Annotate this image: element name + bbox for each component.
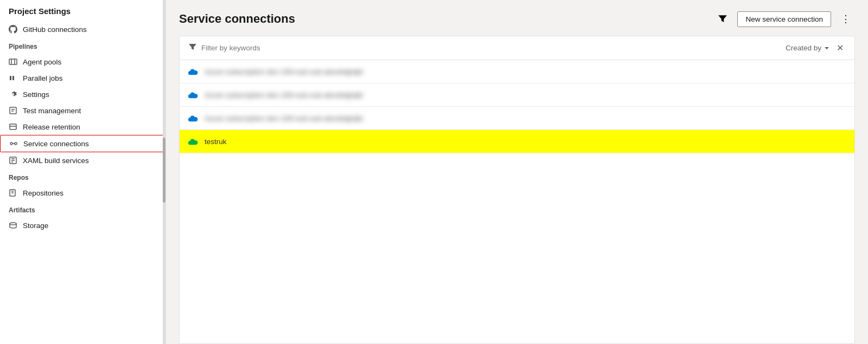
svg-point-11	[15, 142, 17, 145]
filter-button[interactable]	[713, 12, 732, 26]
agent-pools-icon	[9, 57, 17, 66]
sidebar-item-label: GitHub connections	[23, 25, 87, 34]
content-area: Created by ✕ Azure subscription dev-100-…	[179, 36, 855, 344]
sidebar-item-label: Service connections	[23, 140, 89, 148]
filter-bar-left	[188, 43, 786, 53]
cloud-icon	[188, 67, 198, 76]
close-filter-button[interactable]: ✕	[834, 42, 846, 54]
sidebar-item-settings[interactable]: Settings	[0, 86, 165, 102]
release-retention-icon	[9, 122, 17, 131]
filter-bar-right: Created by ✕	[786, 42, 846, 54]
service-connections-icon	[9, 139, 18, 148]
more-options-button[interactable]: ⋮	[837, 11, 855, 27]
sidebar-section-artifacts: Artifacts	[0, 201, 165, 217]
sidebar: Project Settings GitHub connections Pipe…	[0, 0, 166, 344]
sidebar-item-service-connections[interactable]: Service connections	[0, 135, 165, 152]
filter-bar: Created by ✕	[180, 36, 854, 60]
created-by-label-text: Created by	[786, 44, 821, 52]
main-content: Service connections New service connecti…	[166, 0, 868, 344]
xaml-build-icon	[9, 156, 17, 165]
github-icon	[9, 25, 17, 34]
sidebar-item-agent-pools[interactable]: Agent pools	[0, 54, 165, 70]
sidebar-item-storage[interactable]: Storage	[0, 217, 165, 233]
chevron-down-icon	[824, 45, 830, 51]
sidebar-item-xaml-build-services[interactable]: XAML build services	[0, 152, 165, 168]
connection-name: testruk	[205, 138, 227, 146]
connection-item[interactable]: Azure subscription dev-100-sub-sub-abcde…	[180, 83, 854, 107]
repositories-icon	[9, 189, 17, 197]
sidebar-item-label: Parallel jobs	[23, 74, 63, 82]
sidebar-item-repositories[interactable]: Repositories	[0, 185, 165, 201]
connection-item-testruk[interactable]: testruk	[180, 130, 854, 153]
created-by-filter[interactable]: Created by	[786, 44, 830, 52]
sidebar-item-label: Test management	[23, 107, 81, 115]
connection-name: Azure subscription dev-100-sub-sub-abcde…	[205, 68, 363, 76]
sidebar-item-label: Repositories	[23, 189, 63, 197]
sidebar-scrollbar[interactable]	[163, 0, 165, 344]
sidebar-section-repos: Repos	[0, 168, 165, 185]
sidebar-item-parallel-jobs[interactable]: Parallel jobs	[0, 70, 165, 86]
connection-item[interactable]: Azure subscription dev-100-sub-sub-abcde…	[180, 107, 854, 130]
svg-point-20	[10, 223, 16, 225]
svg-rect-5	[10, 107, 16, 114]
sidebar-section-pipelines: Pipelines	[0, 37, 165, 54]
sidebar-item-label: Settings	[23, 90, 49, 99]
filter-input[interactable]	[201, 44, 786, 52]
connection-name: Azure subscription dev-100-sub-sub-abcde…	[205, 91, 363, 99]
test-management-icon	[9, 106, 17, 115]
main-header: Service connections New service connecti…	[166, 0, 868, 36]
connection-item[interactable]: Azure subscription dev-100-sub-sub-abcde…	[180, 60, 854, 83]
sidebar-item-release-retention[interactable]: Release retention	[0, 119, 165, 135]
sidebar-title: Project Settings	[0, 0, 165, 21]
cloud-icon	[188, 137, 198, 146]
cloud-icon	[188, 113, 198, 123]
sidebar-item-label: Storage	[23, 222, 48, 230]
svg-rect-0	[9, 59, 17, 64]
sidebar-item-label: Release retention	[23, 123, 80, 131]
new-connection-button[interactable]: New service connection	[737, 11, 831, 27]
sidebar-item-label: XAML build services	[23, 157, 89, 165]
svg-rect-3	[10, 76, 11, 80]
svg-point-10	[10, 142, 12, 145]
connection-name: Azure subscription dev-100-sub-sub-abcde…	[205, 114, 363, 122]
svg-rect-4	[12, 76, 14, 80]
svg-rect-8	[10, 124, 16, 129]
cloud-icon	[188, 90, 198, 100]
connection-list: Azure subscription dev-100-sub-sub-abcde…	[180, 60, 854, 153]
storage-icon	[9, 221, 17, 230]
parallel-jobs-icon	[9, 74, 17, 82]
settings-icon	[9, 90, 17, 99]
sidebar-item-github-connections[interactable]: GitHub connections	[0, 21, 165, 37]
sidebar-item-test-management[interactable]: Test management	[0, 102, 165, 119]
page-title: Service connections	[179, 12, 713, 26]
filter-bar-icon	[188, 43, 197, 53]
sidebar-scrollbar-thumb[interactable]	[163, 138, 165, 203]
sidebar-item-label: Agent pools	[23, 58, 61, 66]
header-actions: New service connection ⋮	[713, 11, 855, 27]
filter-icon	[718, 14, 727, 24]
